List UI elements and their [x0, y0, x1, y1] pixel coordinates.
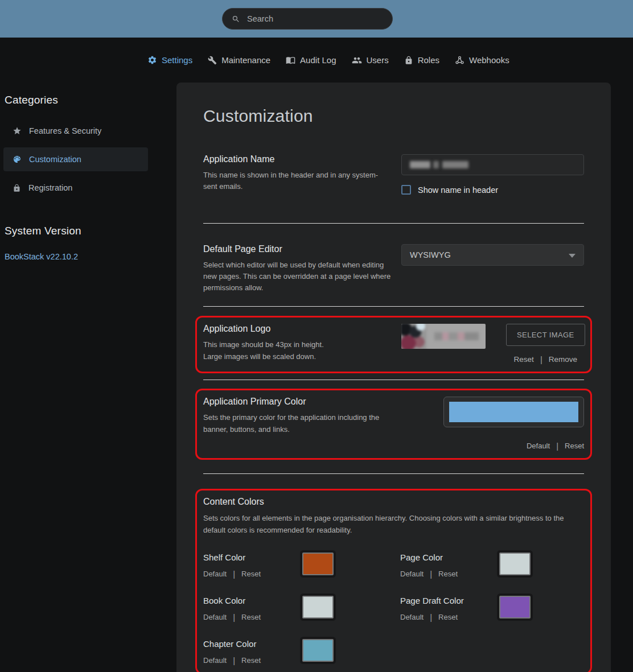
sidebar-item-registration[interactable]: Registration	[3, 176, 148, 200]
content-colors-description: Sets colors for all elements in the page…	[203, 513, 584, 537]
page-draft-color-item: Page Draft Color Default | Reset	[400, 595, 584, 622]
page-editor-section: Default Page Editor Select which editor …	[203, 244, 584, 294]
shelf-color-swatch[interactable]	[302, 553, 334, 575]
redacted-logo-mark	[401, 324, 426, 349]
app-logo-description-2: Large images will be scaled down.	[203, 351, 391, 362]
bookstack-settings-page: Search Settings Maintenance Audit Log Us…	[0, 0, 633, 672]
top-banner: Search	[0, 0, 633, 38]
content-layout: Categories Features & Security Customiza…	[0, 83, 633, 672]
sidebar-item-label: Customization	[29, 155, 81, 164]
divider	[203, 380, 584, 380]
page-color-swatch[interactable]	[499, 553, 531, 575]
chapter-color-reset-link[interactable]: Reset	[241, 656, 261, 665]
sidebar-item-label: Features & Security	[29, 126, 101, 135]
annotation-box-content-colors: Content Colors Sets colors for all eleme…	[195, 489, 592, 672]
app-logo-controls: SELECT IMAGE Reset | Remove	[401, 324, 584, 364]
tab-settings[interactable]: Settings	[147, 55, 192, 65]
wrench-icon	[208, 56, 217, 65]
page-editor-controls: WYSIWYG	[401, 244, 584, 294]
content-colors-grid: Shelf Color Default | Reset	[203, 551, 584, 665]
redacted-logo-text	[434, 332, 479, 340]
shelf-color-reset-link[interactable]: Reset	[241, 570, 261, 578]
content-colors-label: Content Colors	[203, 497, 584, 507]
show-name-checkbox[interactable]	[401, 185, 411, 195]
chapter-color-label: Chapter Color	[203, 639, 302, 649]
tab-audit-log[interactable]: Audit Log	[286, 55, 336, 65]
chevron-down-icon	[569, 254, 576, 258]
version-link[interactable]: BookStack v22.10.2	[5, 252, 78, 261]
page-color-reset-link[interactable]: Reset	[438, 570, 458, 578]
categories-list: Features & Security Customization Regist…	[3, 119, 176, 200]
palette-icon	[13, 155, 22, 164]
app-name-input[interactable]	[401, 154, 584, 175]
page-editor-label: Default Page Editor	[203, 244, 391, 254]
content-colors-section: Content Colors Sets colors for all eleme…	[203, 497, 584, 665]
redacted-text	[442, 161, 468, 168]
tab-label: Maintenance	[221, 55, 270, 65]
page-draft-color-reset-link[interactable]: Reset	[438, 613, 458, 621]
tab-label: Roles	[418, 55, 439, 65]
book-color-item: Book Color Default | Reset	[203, 595, 400, 622]
divider	[203, 223, 584, 224]
select-image-button[interactable]: SELECT IMAGE	[506, 324, 585, 346]
lock-icon	[13, 184, 21, 192]
logo-reset-link[interactable]: Reset	[514, 355, 534, 364]
book-color-default-link[interactable]: Default	[203, 613, 227, 621]
system-version-heading: System Version	[5, 225, 176, 237]
primary-color-default-link[interactable]: Default	[527, 442, 550, 450]
primary-color-info: Application Primary Color Sets the prima…	[203, 397, 391, 451]
link-separator: |	[233, 655, 235, 665]
page-draft-color-swatch[interactable]	[499, 596, 531, 619]
divider	[203, 306, 584, 307]
show-name-row: Show name in header	[401, 185, 584, 195]
chapter-color-item: Chapter Color Default | Reset	[203, 638, 400, 665]
annotation-box-primary-color: Application Primary Color Sets the prima…	[195, 389, 592, 460]
logo-remove-link[interactable]: Remove	[549, 355, 577, 364]
app-name-label: Application Name	[203, 154, 391, 164]
primary-color-link-row: Default | Reset	[401, 441, 584, 451]
primary-color-label: Application Primary Color	[203, 397, 391, 407]
gear-icon	[147, 55, 157, 65]
primary-color-controls: Default | Reset	[401, 397, 584, 451]
page-draft-color-default-link[interactable]: Default	[400, 613, 424, 621]
webhook-icon	[455, 55, 465, 65]
tab-roles[interactable]: Roles	[404, 55, 439, 65]
page-editor-select[interactable]: WYSIWYG	[401, 244, 584, 266]
app-logo-image	[401, 324, 486, 349]
star-icon	[13, 126, 22, 135]
book-color-reset-link[interactable]: Reset	[241, 613, 261, 621]
tab-label: Settings	[162, 55, 192, 65]
categories-heading: Categories	[5, 94, 176, 106]
sidebar-item-features-security[interactable]: Features & Security	[3, 119, 148, 143]
app-name-info: Application Name This name is shown in t…	[203, 154, 391, 195]
shelf-color-item: Shelf Color Default | Reset	[203, 551, 400, 579]
primary-color-swatch	[449, 402, 578, 422]
shelf-color-default-link[interactable]: Default	[203, 570, 227, 578]
primary-color-reset-link[interactable]: Reset	[565, 442, 584, 450]
page-editor-selected: WYSIWYG	[410, 250, 451, 259]
tab-users[interactable]: Users	[352, 55, 389, 65]
app-logo-actions: SELECT IMAGE Reset | Remove	[506, 324, 585, 364]
tab-webhooks[interactable]: Webhooks	[455, 55, 509, 65]
primary-color-input[interactable]	[443, 397, 584, 427]
link-separator: |	[430, 612, 432, 622]
book-color-label: Book Color	[203, 596, 302, 605]
app-name-controls: Show name in header	[401, 154, 584, 195]
tab-maintenance[interactable]: Maintenance	[208, 55, 270, 65]
redacted-text	[410, 161, 430, 168]
shelf-color-label: Shelf Color	[203, 553, 302, 562]
search-input[interactable]: Search	[222, 8, 393, 30]
sidebar-item-customization[interactable]: Customization	[3, 147, 148, 171]
divider	[203, 473, 584, 474]
link-separator: |	[430, 569, 432, 579]
page-color-label: Page Color	[400, 553, 499, 562]
page-color-default-link[interactable]: Default	[400, 570, 424, 578]
book-color-swatch[interactable]	[302, 596, 334, 619]
chapter-color-default-link[interactable]: Default	[203, 656, 227, 665]
customization-panel: Customization Application Name This name…	[176, 83, 611, 672]
chapter-color-swatch[interactable]	[302, 639, 334, 662]
search-placeholder: Search	[247, 14, 273, 23]
app-name-description: This name is shown in the header and in …	[203, 170, 391, 192]
link-separator: |	[233, 569, 235, 579]
logo-link-row: Reset | Remove	[514, 354, 577, 364]
